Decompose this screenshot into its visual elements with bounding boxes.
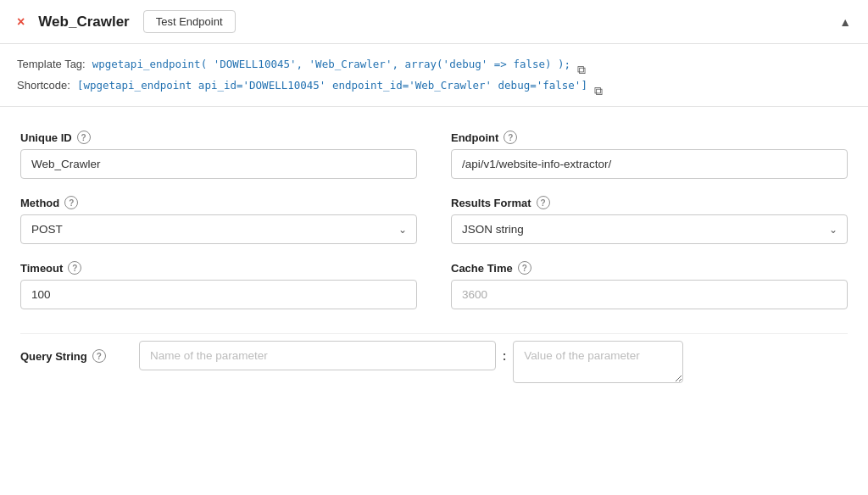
form-grid: Unique ID ? Endpoint ? Method ? POST GET bbox=[20, 131, 848, 309]
method-select[interactable]: POST GET PUT DELETE PATCH bbox=[20, 214, 417, 244]
shortcode-code: [wpgetapi_endpoint api_id='DOWELL10045' … bbox=[77, 75, 587, 96]
query-name-input[interactable] bbox=[139, 341, 496, 370]
collapse-icon[interactable]: ▲ bbox=[839, 15, 851, 29]
method-group: Method ? POST GET PUT DELETE PATCH ⌄ bbox=[20, 196, 417, 244]
method-select-wrapper: POST GET PUT DELETE PATCH ⌄ bbox=[20, 214, 417, 244]
query-string-help-icon[interactable]: ? bbox=[92, 349, 106, 363]
results-format-help-icon[interactable]: ? bbox=[537, 196, 550, 209]
results-format-label: Results Format ? bbox=[451, 196, 848, 209]
query-inputs: : bbox=[139, 341, 848, 386]
cache-time-group: Cache Time ? bbox=[451, 261, 848, 309]
test-endpoint-button[interactable]: Test Endpoint bbox=[143, 10, 236, 33]
template-tag-label: Template Tag: bbox=[17, 54, 86, 75]
shortcode-copy-icon[interactable]: ⧉ bbox=[594, 80, 606, 92]
cache-time-label: Cache Time ? bbox=[451, 261, 848, 275]
timeout-label: Timeout ? bbox=[20, 261, 417, 275]
template-tag-row: Template Tag: wpgetapi_endpoint( 'DOWELL… bbox=[17, 54, 851, 75]
unique-id-group: Unique ID ? bbox=[20, 131, 417, 179]
header: × Web_Crawler Test Endpoint ▲ bbox=[0, 0, 868, 44]
template-tag-code: wpgetapi_endpoint( 'DOWELL10045', 'Web_C… bbox=[92, 54, 570, 75]
endpoint-input[interactable] bbox=[451, 149, 848, 179]
endpoint-group: Endpoint ? bbox=[451, 131, 848, 179]
timeout-group: Timeout ? bbox=[20, 261, 417, 309]
method-label: Method ? bbox=[20, 196, 417, 209]
header-left: × Web_Crawler Test Endpoint bbox=[17, 10, 236, 33]
query-value-input[interactable] bbox=[513, 341, 683, 383]
unique-id-label: Unique ID ? bbox=[20, 131, 417, 144]
shortcode-label: Shortcode: bbox=[17, 75, 70, 97]
query-string-section: Query String ? : bbox=[20, 333, 848, 386]
method-help-icon[interactable]: ? bbox=[64, 196, 78, 209]
results-format-group: Results Format ? JSON string Array Objec… bbox=[451, 196, 848, 244]
timeout-input[interactable] bbox=[20, 280, 417, 309]
shortcode-row: Shortcode: [wpgetapi_endpoint api_id='DO… bbox=[17, 75, 851, 97]
results-format-select-wrapper: JSON string Array Object ⌄ bbox=[451, 214, 848, 244]
cache-time-input[interactable] bbox=[451, 280, 848, 309]
unique-id-input[interactable] bbox=[20, 149, 417, 179]
main-content: Unique ID ? Endpoint ? Method ? POST GET bbox=[0, 107, 868, 403]
timeout-help-icon[interactable]: ? bbox=[68, 261, 81, 275]
unique-id-help-icon[interactable]: ? bbox=[77, 131, 91, 144]
query-string-label: Query String bbox=[20, 350, 87, 363]
endpoint-label: Endpoint ? bbox=[451, 131, 848, 144]
query-value-wrapper bbox=[513, 341, 848, 386]
close-icon[interactable]: × bbox=[17, 14, 25, 30]
page-title: Web_Crawler bbox=[38, 14, 129, 31]
template-tag-copy-icon[interactable]: ⧉ bbox=[577, 58, 589, 70]
query-separator-icon: : bbox=[503, 341, 507, 363]
cache-time-help-icon[interactable]: ? bbox=[518, 261, 531, 275]
endpoint-help-icon[interactable]: ? bbox=[504, 131, 517, 144]
query-string-label-col: Query String ? bbox=[20, 341, 122, 363]
results-format-select[interactable]: JSON string Array Object bbox=[451, 214, 848, 244]
template-section: Template Tag: wpgetapi_endpoint( 'DOWELL… bbox=[0, 44, 868, 107]
